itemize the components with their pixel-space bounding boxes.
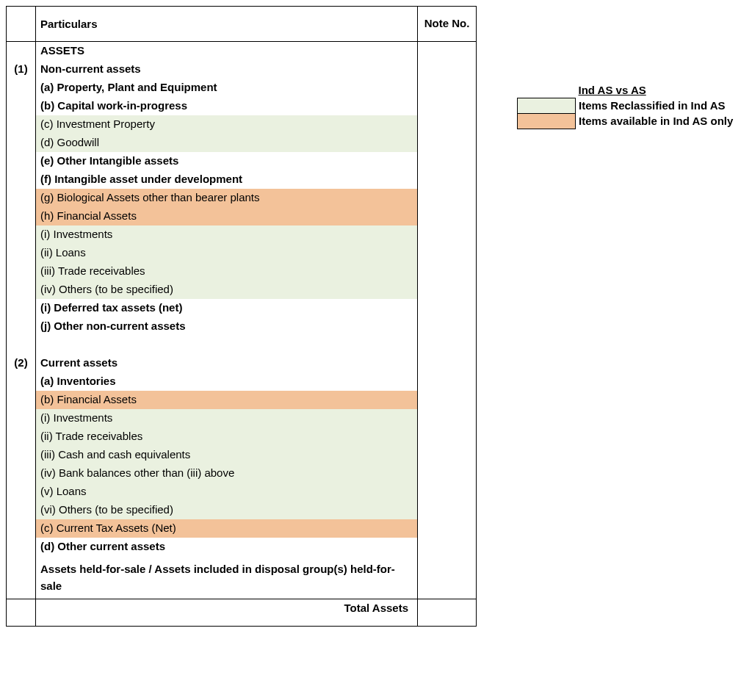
legend-swatch-reclassified (518, 98, 576, 113)
label-inventories: (a) Inventories (36, 372, 418, 391)
label-nc-others: (iv) Others (to be specified) (36, 281, 418, 299)
legend: Ind AS vs AS Items Reclassified in Ind A… (517, 82, 745, 129)
label-dta: (i) Deferred tax assets (net) (36, 299, 418, 317)
label-cwip: (b) Capital work-in-progress (36, 97, 418, 115)
label-c-investments: (i) Investments (36, 409, 418, 427)
row-ca-d-other: (d) Other current assets (7, 538, 477, 556)
row-h-financial-assets: (h) Financial Assets (7, 207, 477, 225)
row-current-assets: (2) Current assets (7, 354, 477, 372)
row-d-goodwill: (d) Goodwill (7, 134, 477, 152)
header-row: Particulars Note No. (7, 7, 477, 42)
label-goodwill: (d) Goodwill (36, 134, 418, 152)
label-non-current-assets: Non-current assets (36, 60, 418, 79)
label-current-tax: (c) Current Tax Assets (Net) (36, 519, 418, 538)
row-total-assets: Total Assets (7, 599, 477, 627)
label-ppe: (a) Property, Plant and Equipment (36, 79, 418, 97)
label-held-for-sale: Assets held-for-sale / Assets included i… (36, 556, 418, 599)
header-blank (7, 7, 36, 42)
legend-swatch-indas-only (518, 113, 576, 129)
row-g-biological: (g) Biological Assets other than bearer … (7, 189, 477, 207)
row-ca-a-inventories: (a) Inventories (7, 372, 477, 391)
label-current-assets: Current assets (36, 354, 418, 372)
row-h-ii: (ii) Loans (7, 244, 477, 262)
row-b-cwip: (b) Capital work-in-progress (7, 97, 477, 115)
label-other-intangible: (e) Other Intangible assets (36, 152, 418, 170)
label-financial-assets-c: (b) Financial Assets (36, 391, 418, 409)
label-other-current: (d) Other current assets (36, 538, 418, 556)
label-assets: ASSETS (36, 41, 418, 60)
page: Particulars Note No. ASSETS (1) Non-curr… (0, 0, 752, 700)
label-nc-trade-rec: (iii) Trade receivables (36, 262, 418, 281)
legend-title: Ind AS vs AS (576, 82, 745, 98)
row-h-iii: (iii) Trade receivables (7, 262, 477, 281)
row-ca-b-ii: (ii) Trade receivables (7, 427, 477, 446)
row-h-i: (i) Investments (7, 225, 477, 244)
balance-sheet-table: Particulars Note No. ASSETS (1) Non-curr… (6, 6, 477, 627)
row-ca-c-tax: (c) Current Tax Assets (Net) (7, 519, 477, 538)
row-j-other-nc: (j) Other non-current assets (7, 317, 477, 336)
row-ca-b-iii: (iii) Cash and cash equivalents (7, 446, 477, 464)
label-intangible-dev: (f) Intangible asset under development (36, 170, 418, 189)
row-ca-b-financial: (b) Financial Assets (7, 391, 477, 409)
legend-label-reclassified: Items Reclassified in Ind AS (576, 98, 745, 113)
legend-title-row: Ind AS vs AS (518, 82, 745, 98)
label-c-bank: (iv) Bank balances other than (iii) abov… (36, 464, 418, 483)
legend-label-indas-only: Items available in Ind AS only (576, 113, 745, 129)
label-investment-property: (c) Investment Property (36, 115, 418, 134)
label-nc-loans: (ii) Loans (36, 244, 418, 262)
section-number-1: (1) (7, 60, 36, 79)
row-ca-b-v: (v) Loans (7, 483, 477, 501)
legend-row-indas-only: Items available in Ind AS only (518, 113, 745, 129)
label-total-assets: Total Assets (36, 599, 418, 627)
row-ca-b-i: (i) Investments (7, 409, 477, 427)
row-assets: ASSETS (7, 41, 477, 60)
label-nc-investments: (i) Investments (36, 225, 418, 244)
row-spacer (7, 336, 477, 354)
label-biological: (g) Biological Assets other than bearer … (36, 189, 418, 207)
label-other-nc: (j) Other non-current assets (36, 317, 418, 336)
legend-row-reclassified: Items Reclassified in Ind AS (518, 98, 745, 113)
row-i-dta: (i) Deferred tax assets (net) (7, 299, 477, 317)
label-c-cash: (iii) Cash and cash equivalents (36, 446, 418, 464)
row-held-for-sale: Assets held-for-sale / Assets included i… (7, 556, 477, 599)
row-c-investment-property: (c) Investment Property (7, 115, 477, 134)
label-c-trade-rec: (ii) Trade receivables (36, 427, 418, 446)
row-f-intangible-dev: (f) Intangible asset under development (7, 170, 477, 189)
label-financial-assets-nc: (h) Financial Assets (36, 207, 418, 225)
section-number-2: (2) (7, 354, 36, 372)
row-e-other-intangible: (e) Other Intangible assets (7, 152, 477, 170)
label-c-loans: (v) Loans (36, 483, 418, 501)
row-h-iv: (iv) Others (to be specified) (7, 281, 477, 299)
row-ca-b-iv: (iv) Bank balances other than (iii) abov… (7, 464, 477, 483)
row-ca-b-vi: (vi) Others (to be specified) (7, 501, 477, 519)
row-a-ppe: (a) Property, Plant and Equipment (7, 79, 477, 97)
row-non-current: (1) Non-current assets (7, 60, 477, 79)
label-c-others: (vi) Others (to be specified) (36, 501, 418, 519)
header-note-no: Note No. (418, 7, 477, 42)
header-particulars: Particulars (36, 7, 418, 42)
